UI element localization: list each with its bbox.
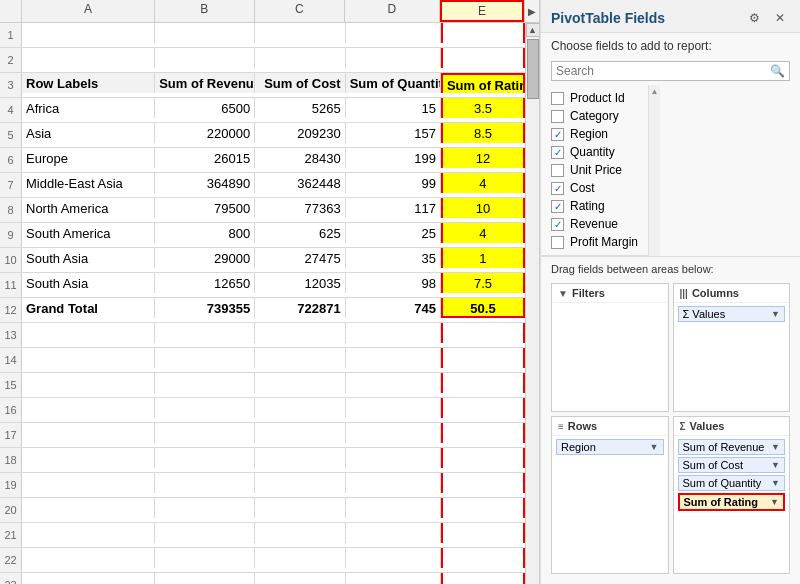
- area-rows-content: Region ▼: [552, 436, 668, 458]
- field-checkbox[interactable]: [551, 110, 564, 123]
- table-row: 2: [0, 48, 525, 73]
- table-row: 8 North America 79500 77363 117 10: [0, 198, 525, 223]
- area-rows: ≡ Rows Region ▼: [551, 416, 669, 574]
- chevron-down-icon: ▼: [771, 442, 780, 452]
- pivot-table-panel: PivotTable Fields ⚙ ✕ Choose fields to a…: [540, 0, 800, 584]
- field-label: Region: [570, 127, 608, 141]
- field-label: Cost: [570, 181, 595, 195]
- fields-list: Product IdCategory✓Region✓QuantityUnit P…: [541, 85, 648, 256]
- values-item[interactable]: Sum of Cost▼: [678, 457, 786, 473]
- col-header-b[interactable]: B: [155, 0, 255, 22]
- field-item[interactable]: Category: [551, 107, 638, 125]
- table-row: 17: [0, 423, 525, 448]
- columns-icon: |||: [680, 288, 688, 299]
- field-item[interactable]: ✓Quantity: [551, 143, 638, 161]
- values-item[interactable]: Sum of Rating▼: [678, 493, 786, 511]
- col-header-e[interactable]: E: [440, 0, 524, 22]
- pivot-header-row: 3 Row Labels Sum of Revenue Sum of Cost …: [0, 73, 525, 98]
- field-checkbox[interactable]: [551, 92, 564, 105]
- table-row: 6 Europe 26015 28430 199 12: [0, 148, 525, 173]
- field-label: Unit Price: [570, 163, 622, 177]
- pivot-panel-header: PivotTable Fields ⚙ ✕: [541, 0, 800, 33]
- table-row: 18: [0, 448, 525, 473]
- area-values-title: Σ Values: [674, 417, 790, 436]
- field-checkbox[interactable]: [551, 164, 564, 177]
- table-row: 21: [0, 523, 525, 548]
- scroll-right-btn[interactable]: ▶: [524, 0, 539, 22]
- table-row: 23: [0, 573, 525, 584]
- field-checkbox[interactable]: ✓: [551, 128, 564, 141]
- table-row: 13: [0, 323, 525, 348]
- table-row: 16: [0, 398, 525, 423]
- table-row: 5 Asia 220000 209230 157 8.5: [0, 123, 525, 148]
- sigma-icon: Σ: [680, 421, 686, 432]
- scroll-thumb[interactable]: [527, 39, 539, 99]
- rows-icon: ≡: [558, 421, 564, 432]
- chevron-down-icon: ▼: [650, 442, 659, 452]
- field-item[interactable]: Unit Price: [551, 161, 638, 179]
- pivot-settings-icon[interactable]: ⚙: [744, 8, 764, 28]
- drag-instruction: Drag fields between areas below:: [541, 257, 800, 279]
- columns-item-values[interactable]: Σ Values ▼: [678, 306, 786, 322]
- field-checkbox[interactable]: ✓: [551, 182, 564, 195]
- chevron-down-icon: ▼: [771, 460, 780, 470]
- field-item[interactable]: ✓Rating: [551, 197, 638, 215]
- area-filters: ▼ Filters: [551, 283, 669, 412]
- area-values-content: Sum of Revenue▼Sum of Cost▼Sum of Quanti…: [674, 436, 790, 514]
- spreadsheet: A B C D E ▶ 1 2: [0, 0, 540, 584]
- table-row: 15: [0, 373, 525, 398]
- col-header-a[interactable]: A: [22, 0, 155, 22]
- field-checkbox[interactable]: ✓: [551, 218, 564, 231]
- pivot-subtitle: Choose fields to add to report:: [541, 33, 800, 57]
- table-row: 22: [0, 548, 525, 573]
- field-item[interactable]: Profit Margin: [551, 233, 638, 251]
- fields-scroll-up: ▲: [651, 87, 659, 96]
- pivot-panel-title: PivotTable Fields: [551, 10, 665, 26]
- area-filters-content: [552, 303, 668, 309]
- field-label: Rating: [570, 199, 605, 213]
- column-headers: A B C D E ▶: [0, 0, 539, 23]
- scroll-up-arrow[interactable]: ▲: [526, 23, 540, 37]
- empty-rows: 13 14 15 16 17 18 19 20: [0, 323, 525, 584]
- pivot-close-icon[interactable]: ✕: [770, 8, 790, 28]
- rows-item-region[interactable]: Region ▼: [556, 439, 664, 455]
- table-row: 20: [0, 498, 525, 523]
- field-item[interactable]: Product Id: [551, 89, 638, 107]
- area-filters-title: ▼ Filters: [552, 284, 668, 303]
- field-item[interactable]: ✓Cost: [551, 179, 638, 197]
- fields-scrollbar[interactable]: ▲: [648, 85, 660, 256]
- chevron-down-icon: ▼: [770, 497, 779, 507]
- area-rows-title: ≡ Rows: [552, 417, 668, 436]
- field-checkbox[interactable]: ✓: [551, 146, 564, 159]
- search-box[interactable]: 🔍: [551, 61, 790, 81]
- table-row: 19: [0, 473, 525, 498]
- chevron-down-icon: ▼: [771, 478, 780, 488]
- field-item[interactable]: ✓Revenue: [551, 215, 638, 233]
- table-row: 4 Africa 6500 5265 15 3.5: [0, 98, 525, 123]
- field-checkbox[interactable]: [551, 236, 564, 249]
- vertical-scrollbar[interactable]: ▲: [525, 23, 539, 584]
- field-label: Category: [570, 109, 619, 123]
- values-item[interactable]: Sum of Quantity▼: [678, 475, 786, 491]
- search-input[interactable]: [556, 64, 770, 78]
- col-header-c[interactable]: C: [255, 0, 345, 22]
- table-row: 11 South Asia 12650 12035 98 7.5: [0, 273, 525, 298]
- chevron-down-icon: ▼: [771, 309, 780, 319]
- table-row: 7 Middle-East Asia 364890 362448 99 4: [0, 173, 525, 198]
- field-checkbox[interactable]: ✓: [551, 200, 564, 213]
- field-label: Profit Margin: [570, 235, 638, 249]
- field-label: Product Id: [570, 91, 625, 105]
- table-row: 9 South America 800 625 25 4: [0, 223, 525, 248]
- field-label: Quantity: [570, 145, 615, 159]
- pivot-header-icons: ⚙ ✕: [744, 8, 790, 28]
- search-icon: 🔍: [770, 64, 785, 78]
- area-columns-content: Σ Values ▼: [674, 303, 790, 325]
- areas-grid: ▼ Filters ||| Columns Σ Values ▼ ≡ Rows: [541, 279, 800, 578]
- values-item[interactable]: Sum of Revenue▼: [678, 439, 786, 455]
- col-header-d[interactable]: D: [345, 0, 440, 22]
- area-columns-title: ||| Columns: [674, 284, 790, 303]
- field-label: Revenue: [570, 217, 618, 231]
- filter-icon: ▼: [558, 288, 568, 299]
- table-row: 1: [0, 23, 525, 48]
- field-item[interactable]: ✓Region: [551, 125, 638, 143]
